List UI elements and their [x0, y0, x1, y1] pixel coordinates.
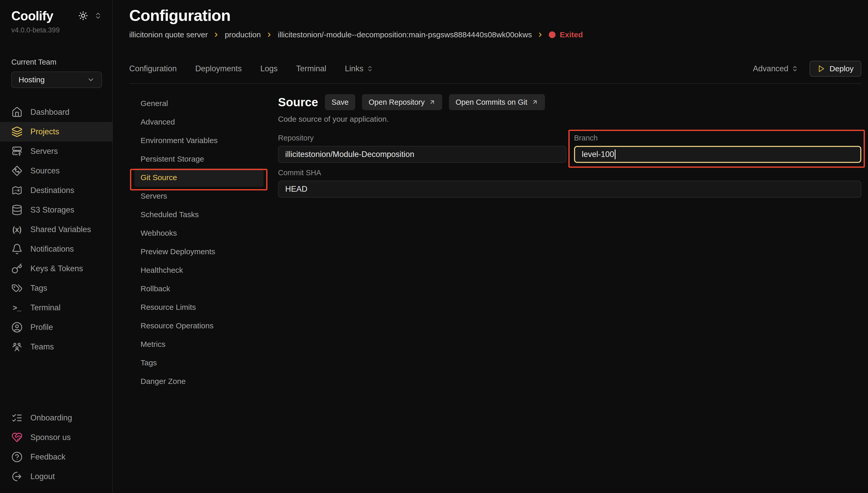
sidebar-item-label: Sources: [30, 166, 60, 175]
chevron-right-icon: [213, 31, 219, 38]
sidebar-item-keys-tokens[interactable]: Keys & Tokens: [0, 259, 112, 278]
braces-x-icon: (x): [11, 226, 23, 234]
repository-input[interactable]: [278, 146, 566, 163]
terminal-icon: >_: [11, 304, 23, 312]
repository-label: Repository: [278, 134, 566, 142]
tab-configuration[interactable]: Configuration: [129, 64, 176, 73]
team-select[interactable]: Hosting: [11, 71, 102, 88]
user-circle-icon: [11, 322, 23, 333]
config-menu-advanced[interactable]: Advanced: [134, 113, 263, 131]
sidebar-item-label: Feedback: [30, 452, 65, 462]
config-menu-servers[interactable]: Servers: [134, 187, 263, 205]
sidebar-item-notifications[interactable]: Notifications: [0, 239, 112, 259]
sidebar-item-label: Onboarding: [30, 413, 72, 423]
sidebar-item-s3-storages[interactable]: S3 Storages: [0, 200, 112, 220]
config-menu-scheduled-tasks[interactable]: Scheduled Tasks: [134, 205, 263, 224]
config-menu-resource-limits[interactable]: Resource Limits: [134, 298, 263, 317]
layers-icon: [11, 126, 23, 137]
branch-field-group: Branch level-100: [574, 134, 861, 163]
sidebar-item-label: Keys & Tokens: [30, 264, 83, 273]
sidebar-item-shared-variables[interactable]: (x) Shared Variables: [0, 220, 112, 239]
sidebar-item-label: Tags: [30, 283, 47, 293]
sidebar-item-tags[interactable]: Tags: [0, 278, 112, 298]
status-badge: Exited: [549, 30, 583, 39]
sidebar-item-teams[interactable]: Teams: [0, 337, 112, 357]
config-menu-persistent-storage[interactable]: Persistent Storage: [134, 150, 263, 168]
arrow-up-right-icon: [429, 99, 436, 106]
sidebar-item-label: Notifications: [30, 244, 74, 254]
map-icon: [11, 185, 23, 196]
breadcrumb-project[interactable]: illicitonion quote server: [129, 30, 208, 39]
help-circle-icon: [11, 451, 23, 463]
commit-sha-label: Commit SHA: [278, 169, 861, 177]
sidebar-item-logout[interactable]: Logout: [0, 467, 112, 486]
sidebar-item-projects[interactable]: Projects: [0, 122, 112, 142]
server-icon: [11, 146, 23, 157]
config-menu-git-source[interactable]: Git Source: [134, 168, 263, 187]
tag-icon: [11, 282, 23, 294]
branch-input[interactable]: level-100: [574, 146, 861, 163]
theme-sun-icon[interactable]: [78, 11, 88, 21]
sidebar-footer: Onboarding Sponsor us Feedback Logout: [0, 408, 112, 486]
tab-terminal[interactable]: Terminal: [296, 64, 326, 73]
tab-links[interactable]: Links: [345, 64, 373, 73]
chevron-down-icon: [87, 76, 95, 84]
config-menu: General Advanced Environment Variables P…: [129, 94, 268, 391]
open-repository-button[interactable]: Open Repository: [362, 94, 442, 110]
status-dot-icon: [549, 31, 555, 38]
tabs-row: Configuration Deployments Logs Terminal …: [129, 61, 861, 77]
commit-sha-input[interactable]: [278, 180, 861, 198]
config-menu-rollback[interactable]: Rollback: [134, 279, 263, 298]
config-menu-healthcheck[interactable]: Healthcheck: [134, 261, 263, 279]
tab-deployments[interactable]: Deployments: [195, 64, 242, 73]
save-button[interactable]: Save: [325, 94, 355, 110]
config-menu-webhooks[interactable]: Webhooks: [134, 224, 263, 242]
sidebar-nav: Dashboard Projects Servers Sources Desti…: [0, 102, 112, 357]
sidebar-item-servers[interactable]: Servers: [0, 142, 112, 161]
config-menu-general[interactable]: General: [134, 94, 263, 113]
sidebar-item-terminal[interactable]: >_ Terminal: [0, 298, 112, 318]
config-menu-metrics[interactable]: Metrics: [134, 335, 263, 353]
content: General Advanced Environment Variables P…: [129, 94, 861, 391]
config-menu-preview-deployments[interactable]: Preview Deployments: [134, 242, 263, 261]
sidebar-item-sponsor-us[interactable]: Sponsor us: [0, 428, 112, 447]
sidebar-item-label: Projects: [30, 127, 59, 136]
chevrons-up-down-icon: [791, 65, 798, 72]
sidebar-item-destinations[interactable]: Destinations: [0, 180, 112, 200]
database-icon: [11, 204, 23, 216]
key-icon: [11, 263, 23, 274]
sidebar-item-label: Servers: [30, 147, 58, 156]
sidebar-item-sources[interactable]: Sources: [0, 161, 112, 180]
logout-icon: [11, 471, 23, 482]
breadcrumb-environment[interactable]: production: [225, 30, 261, 39]
home-icon: [11, 107, 23, 118]
source-header: Source Save Open Repository Open Commits…: [278, 94, 861, 110]
advanced-toggle[interactable]: Advanced: [753, 64, 798, 73]
breadcrumb-resource[interactable]: illicitestonion/-module--decomposition:m…: [278, 30, 532, 39]
main-area: Configuration illicitonion quote server …: [113, 0, 868, 493]
source-title: Source: [278, 95, 318, 109]
chevrons-up-down-icon[interactable]: [94, 12, 102, 20]
brand-row: Coolify: [0, 8, 112, 24]
current-team-label: Current Team: [0, 58, 112, 66]
breadcrumb: illicitonion quote server production ill…: [129, 30, 861, 39]
sidebar-item-feedback[interactable]: Feedback: [0, 447, 112, 467]
app-version: v4.0.0-beta.399: [0, 26, 112, 34]
sidebar-item-label: S3 Storages: [30, 205, 75, 215]
sidebar-item-label: Shared Variables: [30, 225, 91, 234]
app-logo: Coolify: [11, 8, 53, 24]
arrow-up-right-icon: [532, 99, 538, 106]
tabs: Configuration Deployments Logs Terminal …: [129, 64, 373, 73]
config-menu-tags[interactable]: Tags: [134, 353, 263, 372]
tab-logs[interactable]: Logs: [260, 64, 277, 73]
config-menu-resource-operations[interactable]: Resource Operations: [134, 317, 263, 335]
config-menu-environment-variables[interactable]: Environment Variables: [134, 131, 263, 150]
config-menu-danger-zone[interactable]: Danger Zone: [134, 372, 263, 391]
text-caret: [615, 150, 615, 159]
chevron-right-icon: [266, 31, 273, 38]
sidebar-item-onboarding[interactable]: Onboarding: [0, 408, 112, 428]
sidebar-item-profile[interactable]: Profile: [0, 318, 112, 337]
deploy-button[interactable]: Deploy: [809, 61, 861, 77]
sidebar-item-dashboard[interactable]: Dashboard: [0, 102, 112, 122]
open-commits-button[interactable]: Open Commits on Git: [449, 94, 545, 110]
